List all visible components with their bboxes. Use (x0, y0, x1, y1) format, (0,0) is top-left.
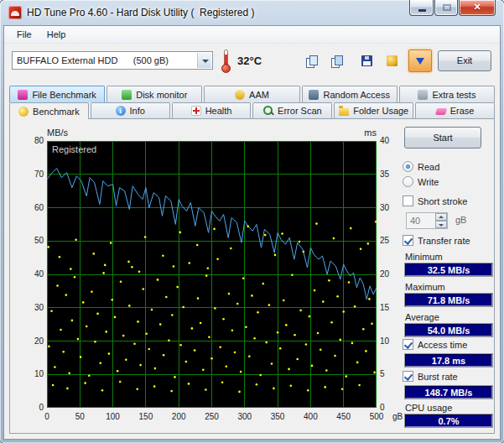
access-time-dot (320, 349, 322, 352)
access-time-dot (52, 384, 55, 387)
access-time-dot (309, 315, 311, 318)
tab-label: File Benchmark (32, 90, 96, 100)
x-tick-label: 0 (34, 412, 60, 421)
menu-file[interactable]: File (9, 28, 39, 41)
maximum-value: 71.8 MB/s (404, 293, 493, 307)
menu-bar: File Help (4, 26, 500, 44)
access-time-dot (299, 241, 301, 243)
transfer-rate-checkbox[interactable]: Transfer rate (403, 235, 470, 246)
tab-disk-monitor[interactable]: Disk monitor (107, 86, 202, 102)
menu-help[interactable]: Help (39, 28, 74, 41)
burst-rate-checkbox[interactable]: Burst rate (403, 371, 458, 382)
spinner-down-icon[interactable] (435, 221, 447, 228)
tab-label: AAM (249, 90, 269, 100)
close-button[interactable]: ✕ (459, 0, 496, 16)
access-time-dot (265, 341, 268, 344)
update-button[interactable] (408, 50, 432, 72)
save-screenshot-button[interactable] (355, 50, 378, 72)
access-time-dot (94, 341, 96, 343)
access-time-dot (137, 321, 139, 323)
access-time-dot (59, 256, 61, 258)
tab-benchmark[interactable]: Benchmark (9, 102, 89, 119)
access-time-dot (139, 364, 142, 367)
access-time-dot (84, 382, 86, 384)
access-time-dot (153, 385, 156, 388)
tab-health[interactable]: Health (172, 102, 252, 118)
x-tick-label: 250 (200, 412, 225, 421)
temperature-value: 32°C (237, 55, 262, 67)
maximize-button[interactable] (434, 0, 458, 16)
options-button[interactable] (380, 50, 403, 72)
spinner-up-icon[interactable] (435, 213, 447, 221)
tab-label: Extra tests (432, 90, 475, 100)
y-right-tick-label: 20 (380, 269, 400, 279)
access-time-dot (133, 342, 136, 345)
read-radio[interactable]: Read (403, 161, 439, 172)
access-time-dot (136, 388, 138, 390)
file-benchmark-icon (18, 90, 28, 100)
access-time-dot (242, 278, 245, 280)
access-time-dot (283, 300, 285, 302)
access-time-dot (354, 305, 356, 308)
short-stroke-spinner[interactable]: 40 (406, 212, 448, 229)
access-time-dot (86, 326, 88, 328)
access-time-dot (336, 295, 339, 298)
tab-label: Erase (450, 106, 475, 116)
tab-folder-usage[interactable]: Folder Usage (334, 102, 413, 118)
access-time-dot (290, 385, 293, 388)
access-time-dot (173, 265, 175, 268)
burst-rate-label: Burst rate (418, 372, 458, 382)
tab-info[interactable]: iInfo (91, 102, 170, 118)
access-time-label: Access time (418, 340, 467, 350)
y-right-tick-label: 25 (380, 236, 400, 245)
exit-button[interactable]: Exit (438, 50, 491, 71)
tab-random-access[interactable]: Random Access (302, 86, 397, 102)
short-stroke-value: 40 (410, 216, 420, 226)
copy-info-button[interactable] (299, 50, 323, 72)
access-time-dot (277, 331, 279, 334)
access-time-dot (248, 356, 251, 358)
tab-error-scan[interactable]: Error Scan (252, 102, 332, 118)
access-time-dot (296, 358, 299, 361)
tab-extra-tests[interactable]: Extra tests (399, 86, 495, 102)
y-right-tick-label: 40 (380, 136, 400, 145)
title-bar[interactable]: HD Tune Pro 4.60 - Hard Disk Utility ( R… (0, 0, 504, 25)
chevron-down-icon[interactable] (197, 53, 211, 68)
write-radio[interactable]: Write (403, 176, 439, 187)
access-time-dot (311, 365, 314, 367)
access-time-dot (154, 367, 157, 370)
drive-select[interactable]: BUFFALO External HDD (500 gB) (12, 51, 213, 70)
radio-icon (403, 176, 413, 187)
thermometer-icon (221, 49, 231, 73)
minimize-button[interactable] (409, 0, 434, 16)
burst-rate-value: 148.7 MB/s (404, 385, 493, 399)
access-time-dot (127, 261, 130, 263)
access-time-checkbox[interactable]: Access time (403, 339, 467, 350)
y-left-tick-label: 30 (20, 303, 44, 312)
folder-icon (339, 108, 349, 116)
x-tick-label: 500 (364, 412, 389, 421)
x-tick-label: 150 (133, 412, 158, 421)
access-time-dot (104, 264, 107, 267)
access-time-dot (341, 388, 344, 390)
access-time-dot (93, 253, 96, 255)
tab-label: Disk monitor (136, 90, 187, 100)
copy-screenshot-button[interactable] (325, 50, 348, 72)
tab-erase[interactable]: Erase (415, 102, 495, 118)
access-time-dot (228, 293, 231, 295)
access-time-dot (144, 236, 147, 238)
access-time-dot (68, 372, 70, 374)
tab-aam[interactable]: AAM (204, 86, 299, 102)
access-time-dot (328, 279, 330, 282)
access-time-dot (303, 251, 305, 253)
access-time-dot (188, 383, 190, 385)
access-time-dot (256, 383, 258, 386)
eraser-icon (435, 108, 447, 115)
tab-file-benchmark[interactable]: File Benchmark (9, 86, 105, 102)
short-stroke-checkbox[interactable]: Short stroke (403, 195, 467, 206)
y-right-tick-label: 15 (380, 303, 400, 312)
access-time-dot (356, 362, 359, 364)
start-button[interactable]: Start (404, 127, 481, 149)
y-left-tick-label: 70 (20, 169, 44, 179)
access-time-dot (179, 232, 182, 234)
